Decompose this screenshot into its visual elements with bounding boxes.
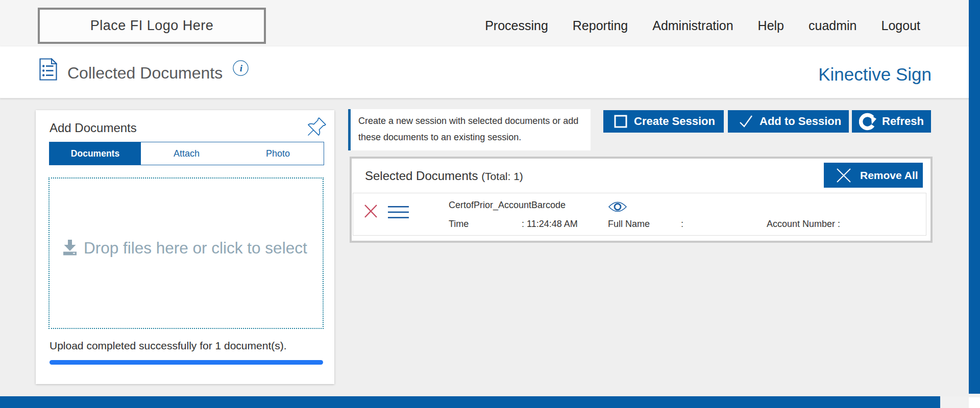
svg-text:i: i: [240, 63, 243, 73]
